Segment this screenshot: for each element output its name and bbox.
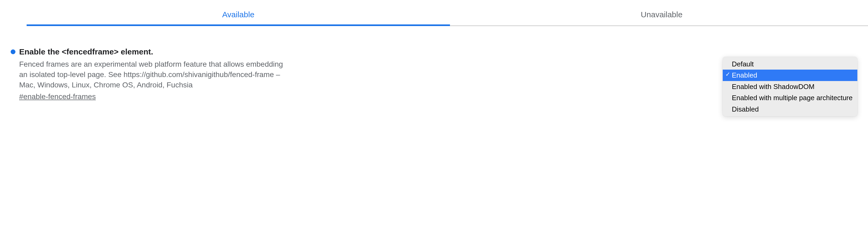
dropdown-option-enabled-shadowdom[interactable]: Enabled with ShadowDOM xyxy=(723,81,857,92)
flag-content: Enable the <fencedframe> element. Fenced… xyxy=(11,47,723,101)
flag-anchor-link[interactable]: #enable-fenced-frames xyxy=(19,92,712,101)
dropdown-menu: Default Enabled Enabled with ShadowDOM E… xyxy=(723,57,857,116)
tabs-container: Available Unavailable xyxy=(27,5,868,26)
tab-available[interactable]: Available xyxy=(27,5,450,26)
dropdown-option-disabled[interactable]: Disabled xyxy=(723,104,857,115)
flag-title: Enable the <fencedframe> element. xyxy=(19,47,153,56)
dropdown-option-default[interactable]: Default xyxy=(723,59,857,70)
flag-dropdown[interactable]: Default Enabled Enabled with ShadowDOM E… xyxy=(723,57,857,116)
flag-description: Fenced frames are an experimental web pl… xyxy=(19,59,290,90)
flag-title-line: Enable the <fencedframe> element. xyxy=(11,47,712,56)
tab-unavailable[interactable]: Unavailable xyxy=(450,5,868,26)
dropdown-option-enabled-multi-page[interactable]: Enabled with multiple page architecture xyxy=(723,92,857,103)
flag-row: Enable the <fencedframe> element. Fenced… xyxy=(11,47,857,116)
dropdown-option-enabled[interactable]: Enabled xyxy=(723,70,857,81)
modified-indicator-icon xyxy=(11,49,16,54)
